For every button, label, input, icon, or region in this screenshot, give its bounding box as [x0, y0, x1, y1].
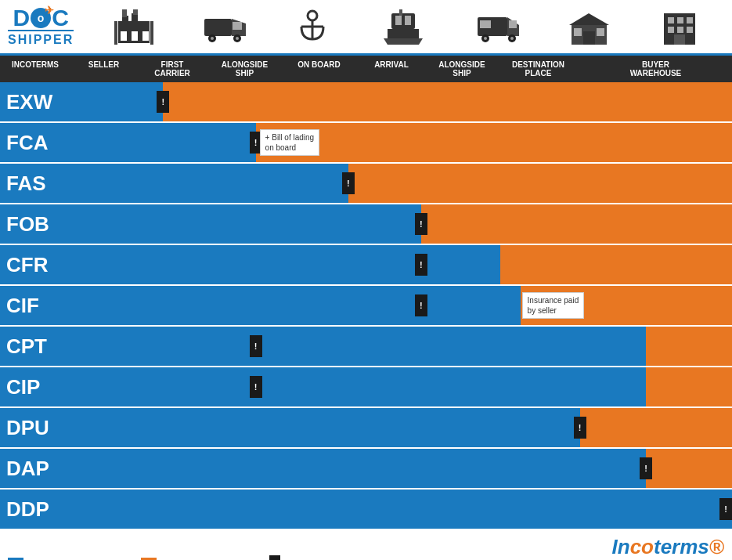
cpt-blue	[70, 327, 646, 366]
fca-bar: ! + Bill of ladingon board	[70, 123, 732, 162]
row-cip: CIP !	[0, 367, 732, 408]
cif-bar: ! Insurance paidby seller	[70, 286, 732, 325]
exw-orange	[163, 82, 732, 121]
dap-bar: !	[70, 449, 732, 488]
svg-rect-24	[405, 16, 411, 25]
fob-label: FOB	[0, 204, 70, 244]
incoterms-logo: Incoterms® 2020 by the InternationalCham…	[572, 537, 724, 560]
row-fca: FCA ! + Bill of ladingon board	[0, 123, 732, 164]
cif-label: CIF	[0, 286, 70, 325]
header: D o ✈ C SHIPPER	[0, 0, 732, 56]
svg-rect-33	[480, 20, 491, 28]
row-cpt: CPT !	[0, 327, 732, 367]
row-dpu: DPU !	[0, 408, 732, 449]
row-dap: DAP !	[0, 449, 732, 490]
col-header-first-carrier: FIRSTCARRIER	[137, 56, 207, 82]
svg-rect-20	[391, 13, 415, 29]
incoterms-grid: EXW ! FCA ! + Bill of ladingon board FAS…	[0, 82, 732, 530]
svg-point-17	[308, 11, 317, 20]
fob-orange	[421, 204, 732, 244]
ddp-risk-marker: !	[719, 498, 732, 520]
svg-marker-34	[569, 13, 609, 25]
anchor-icon	[295, 9, 330, 45]
cpt-label: CPT	[0, 327, 70, 366]
svg-rect-45	[687, 27, 693, 33]
cpt-risk-marker: !	[250, 335, 262, 357]
svg-rect-21	[388, 29, 419, 38]
column-headers: INCOTERMS SELLER FIRSTCARRIER ALONGSIDES…	[0, 56, 732, 82]
cif-risk-marker: !	[415, 294, 427, 316]
legend-risk: ! RISK TRANSFER POINTS	[269, 555, 388, 560]
cfr-bar: !	[70, 245, 732, 284]
exw-blue	[70, 82, 163, 121]
dap-label: DAP	[0, 449, 70, 488]
row-cif: CIF ! Insurance paidby seller	[0, 286, 732, 327]
col-header-on-board: ON BOARD	[282, 56, 356, 82]
cip-bar: !	[70, 367, 732, 406]
fca-orange	[256, 123, 732, 162]
exw-bar: !	[70, 82, 732, 121]
col-header-buyer-warehouse: BUYERWAREHOUSE	[579, 56, 732, 82]
row-exw: EXW !	[0, 82, 732, 123]
main-container: D o ✈ C SHIPPER	[0, 0, 732, 560]
dap-orange	[646, 449, 732, 488]
building-icon	[660, 9, 699, 45]
svg-rect-10	[204, 19, 232, 36]
fas-blue	[70, 164, 348, 203]
cpt-bar: !	[70, 327, 732, 366]
exw-label: EXW	[0, 82, 70, 121]
cip-risk-marker: !	[250, 376, 262, 398]
dpu-orange	[580, 408, 732, 447]
svg-point-16	[236, 37, 239, 40]
cfr-risk-marker: !	[415, 254, 427, 276]
col-header-incoterms: INCOTERMS	[0, 56, 70, 82]
factory-icon	[114, 9, 153, 45]
fas-risk-marker: !	[342, 172, 355, 194]
cip-blue	[70, 367, 646, 406]
svg-rect-46	[674, 34, 685, 45]
col-header-alongside-ship1: ALONGSIDESHIP	[207, 56, 282, 82]
svg-rect-3	[114, 21, 117, 45]
fob-blue	[70, 204, 421, 244]
incoterms-logo-text: Incoterms®	[572, 537, 724, 557]
svg-rect-6	[132, 31, 138, 41]
cif-blue	[70, 286, 521, 325]
cfr-blue	[70, 245, 500, 284]
warehouse-icon	[568, 9, 611, 45]
svg-rect-40	[668, 17, 674, 23]
fas-orange	[348, 164, 732, 203]
svg-rect-37	[574, 28, 582, 36]
fca-note: + Bill of ladingon board	[260, 129, 320, 156]
svg-rect-9	[133, 9, 138, 15]
logo: D o ✈ C SHIPPER	[8, 6, 74, 47]
dpu-label: DPU	[0, 408, 70, 447]
ddp-blue: !	[70, 490, 732, 529]
svg-point-14	[211, 37, 214, 40]
svg-rect-12	[233, 22, 242, 30]
logo-shipper-text: SHIPPER	[8, 30, 74, 47]
cpt-orange	[646, 327, 732, 366]
dap-blue	[70, 449, 646, 488]
legend-risk-marker: !	[269, 555, 280, 560]
svg-rect-43	[668, 27, 674, 33]
col-header-seller: SELLER	[70, 56, 137, 82]
col-header-alongside-ship2: ALONGSIDESHIP	[427, 56, 497, 82]
truck-icon	[203, 11, 246, 42]
svg-rect-7	[142, 31, 149, 41]
fca-label: FCA	[0, 123, 70, 162]
svg-rect-44	[677, 27, 683, 33]
delivery-truck-icon	[476, 11, 519, 42]
svg-rect-8	[122, 9, 127, 17]
dpu-bar: !	[70, 408, 732, 447]
svg-rect-36	[583, 31, 595, 45]
svg-point-32	[510, 37, 514, 40]
legend: SELLER'S OBLIGATION BUYER'S OBLIGATION !…	[0, 530, 732, 560]
fas-label: FAS	[0, 164, 70, 203]
ddp-label: DDP	[0, 490, 70, 529]
dpu-risk-marker: !	[574, 417, 586, 439]
logo-doc: D o ✈ C	[13, 6, 68, 30]
svg-rect-25	[399, 9, 402, 16]
cip-orange	[646, 367, 732, 406]
svg-rect-4	[150, 21, 153, 45]
fca-blue	[70, 123, 256, 162]
